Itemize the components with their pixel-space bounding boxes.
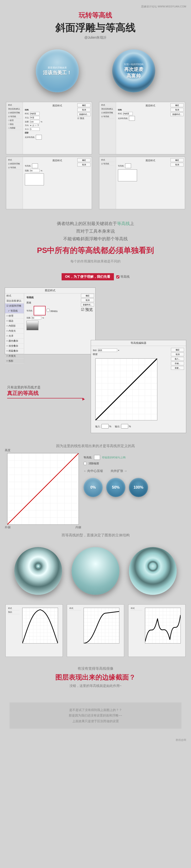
percent-buttons: 0% 50% 100% (84, 478, 184, 497)
cancel-button[interactable]: 取消 (77, 108, 90, 112)
curve-panel-2: 样式 (67, 604, 124, 657)
watermark: 教程@网 (0, 736, 191, 744)
height-graph-section: 高度 外侧 内侧 等高线: 有锯齿的时候勾上哟 消除锯齿 向中心压缩 向外扩张 … (0, 451, 191, 527)
ps-panel-contour-left: 样式☑ 斜面和浮雕 ☑ 等高线 图层样式 等高线: 范围:% 确定 取消 (6, 157, 92, 209)
ok-button[interactable]: 确定 (77, 103, 90, 107)
contour-checkbox[interactable]: 等高线 (116, 275, 130, 279)
ok-banner: OK，为了便于理解，我们先看 等高线 (0, 271, 191, 283)
contour-editor-dialog: 等高线编辑器 预设: ▾ 映射 输入: % 输出: % 确定 取消 (91, 340, 186, 433)
main-title: 斜面浮雕与等高线 (0, 21, 191, 34)
pct-50: 50% (106, 478, 125, 497)
pct-0: 0% (84, 478, 103, 497)
kicker: 玩转等高线 (0, 11, 191, 20)
explanation-text-1: 俩者结构上的区别最关键就在于等高线上 而对于工具本身来说 不能省略斜面浮雕中的那… (0, 212, 191, 271)
svg-line-1 (7, 453, 79, 524)
curve-panel-3: 样式 (128, 604, 186, 657)
layer-style-panels: 样式混合选项:默认☑ 斜面和浮雕 ☑ 等高线 □ 纹理□ 描边□ 内阴影 图层样… (0, 99, 191, 212)
ps-panel-bevel-left: 样式混合选项:默认☑ 斜面和浮雕 ☑ 等高线 □ 纹理□ 描边□ 内阴影 图层样… (6, 102, 92, 154)
pct-100: 100% (129, 478, 148, 497)
preview-gradient (27, 321, 38, 330)
brand-text: 思缘设计论坛 WWW.MISSYUAN.COM (0, 5, 191, 8)
new-style-button[interactable]: 新建样式... (77, 113, 90, 116)
curve-panel-1: 样式预设: (5, 604, 63, 657)
height-graph (7, 453, 79, 525)
contour-thumb[interactable] (34, 306, 46, 315)
note-1: 因为这里的线性表现出来的才是等高线所定义的高 (0, 438, 191, 451)
example-button-ring: 实现一站的3D结构 再次逆袭 高富帅 (112, 50, 155, 92)
contour-curves-row: 样式预设: 样式 样式 (0, 602, 191, 659)
ps-panel-bevel-right: 样式混合选项:默认☑ 斜面和浮雕 ☑ 等高线 图层样式 结构 样式: 光泽等高线… (99, 102, 185, 154)
render-dome (72, 547, 119, 595)
render-rings (129, 547, 177, 595)
contour-editor-section: 图层样式 样式 混合选项:默认 ☑ 斜面和浮雕 ✓ 等高线 □ 纹理 □ 描边 … (0, 283, 191, 438)
footnote-box: 是不是试了没有得到我上面图上的？？ 那是因为我们还没有设置斜面和浮雕~~ 上面效… (9, 703, 182, 728)
layer-style-dialog: 图层样式 样式 混合选项:默认 ☑ 斜面和浮雕 ✓ 等高线 □ 纹理 □ 描边 … (5, 287, 96, 354)
author: @Julien朱琨沂 (0, 36, 191, 40)
example-buttons-row: 最普通的浮雕效果 活该当美工！ 实现一站的3D结构 再次逆袭 高富帅 (0, 42, 191, 99)
3d-renders (0, 540, 191, 602)
panel-sidebar: 样式混合选项:默认☑ 斜面和浮雕 ☑ 等高线 □ 纹理□ 描边□ 内阴影 (6, 102, 23, 154)
note-2: 而等高线的型，直接决定了图形的立体结构 (0, 527, 191, 540)
final-text: 有没有觉得等高线很像 图层表现出来的边缘截面？ 没错，这里的等高线就是如此作用~ (0, 659, 191, 695)
ps-panel-contour-right: 样式 ☑ 等高线 图层样式 等高线: 确定 取消 (99, 157, 185, 209)
header: 思缘设计论坛 WWW.MISSYUAN.COM 玩转等高线 斜面浮雕与等高线 @… (0, 0, 191, 42)
render-torus (14, 547, 62, 595)
real-contour-label: 只有这里的等高线才是 真正的等高线 ▶ (7, 385, 84, 398)
contour-curve-canvas[interactable] (95, 359, 157, 421)
example-button-flat: 最普通的浮雕效果 活该当美工！ (36, 50, 79, 92)
svg-line-0 (96, 359, 157, 420)
